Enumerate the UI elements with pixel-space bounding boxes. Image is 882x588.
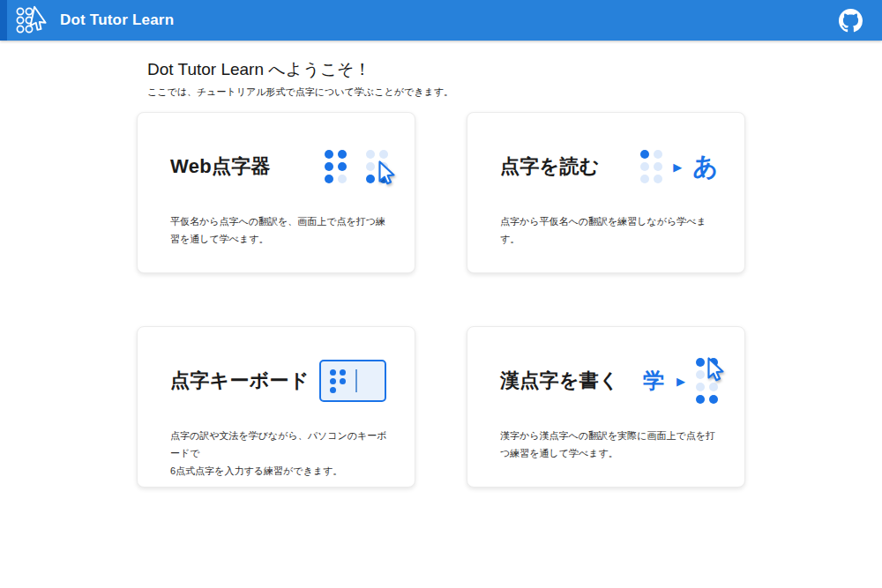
card-title: Web点字器 bbox=[170, 153, 271, 180]
card-title: 点字キーボード bbox=[170, 368, 310, 394]
braille-cursor-logo-icon bbox=[14, 4, 49, 36]
app-header: Dot Tutor Learn bbox=[0, 0, 882, 41]
card-write-kanji-braille[interactable]: 漢点字を書く 学 ▶ 漢字から漢点字への翻訳を実際に画面上で点を打 つ練習を通し… bbox=[467, 326, 745, 488]
card-web-braille-writer[interactable]: Web点字器 平仮名から点字への翻訳を、画面上で点を打つ練 習を通して学べます。 bbox=[137, 112, 415, 273]
braille-cell bbox=[325, 150, 347, 183]
app-title: Dot Tutor Learn bbox=[60, 11, 174, 29]
tutorial-cards-grid: Web点字器 平仮名から点字への翻訳を、画面上で点を打つ練 習を通して学べます。… bbox=[137, 112, 745, 488]
card-title: 漢点字を書く bbox=[500, 368, 619, 394]
braille-to-hiragana-icon: ▶ あ bbox=[640, 150, 718, 183]
text-caret-icon bbox=[355, 369, 357, 392]
github-icon bbox=[839, 9, 863, 33]
arrow-right-icon: ▶ bbox=[676, 375, 685, 388]
app-logo bbox=[14, 4, 49, 36]
kanji-to-braille-cursor-icon: 学 ▶ bbox=[643, 358, 718, 404]
card-braille-keyboard[interactable]: 点字キーボード 点字の訳や文法を学びながら、パソコンのキーボードで 6点式点字を… bbox=[137, 326, 415, 488]
card-read-braille[interactable]: 点字を読む ▶ あ 点字から平仮名への翻訳を練習しながら学べます。 bbox=[467, 112, 745, 273]
github-link[interactable] bbox=[838, 8, 863, 33]
main-content: Dot Tutor Learn へようこそ！ ここでは、チュートリアル形式で点字… bbox=[137, 41, 745, 488]
page-title: Dot Tutor Learn へようこそ！ bbox=[147, 58, 745, 81]
hiragana-a-char: あ bbox=[692, 150, 718, 183]
mouse-cursor-icon bbox=[702, 356, 729, 383]
braille-input-field-icon bbox=[319, 360, 386, 402]
arrow-right-icon: ▶ bbox=[673, 160, 682, 174]
welcome-block: Dot Tutor Learn へようこそ！ ここでは、チュートリアル形式で点字… bbox=[137, 58, 745, 99]
kanji-gaku-char: 学 bbox=[643, 367, 664, 395]
card-description: 点字から平仮名への翻訳を練習しながら学べます。 bbox=[500, 213, 718, 249]
braille-cell bbox=[330, 369, 346, 393]
page-subtitle: ここでは、チュートリアル形式で点字について学ぶことができます。 bbox=[147, 86, 745, 99]
card-description: 平仮名から点字への翻訳を、画面上で点を打つ練 習を通して学べます。 bbox=[170, 213, 388, 249]
header-accent-strip bbox=[0, 0, 7, 41]
card-description: 漢字から漢点字への翻訳を実際に画面上で点を打 つ練習を通して学べます。 bbox=[500, 428, 718, 463]
braille-cells-cursor-icon bbox=[325, 150, 388, 183]
braille-cell bbox=[640, 150, 662, 183]
mouse-cursor-icon bbox=[373, 160, 400, 186]
card-title: 点字を読む bbox=[500, 153, 600, 180]
card-description: 点字の訳や文法を学びながら、パソコンのキーボードで 6点式点字を入力する練習がで… bbox=[170, 428, 388, 480]
